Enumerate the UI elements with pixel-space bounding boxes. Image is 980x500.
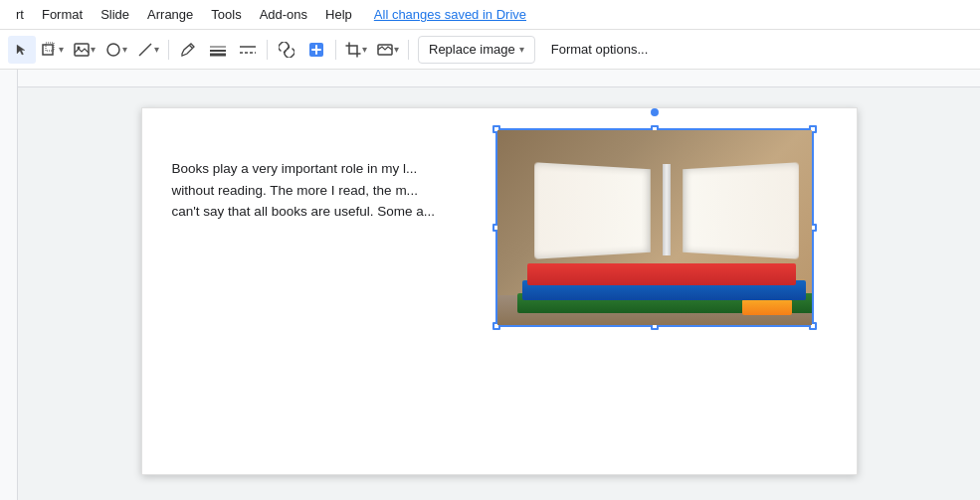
select-tool-button[interactable] — [8, 36, 36, 64]
slide-text-content: Books play a very important role in my l… — [172, 161, 418, 176]
svg-line-12 — [285, 47, 290, 52]
line-weight-button[interactable] — [204, 36, 232, 64]
divider-4 — [408, 40, 409, 60]
link-icon — [279, 42, 294, 58]
svg-rect-2 — [75, 44, 89, 56]
replace-image-label: Replace image — [429, 42, 515, 57]
mask-button[interactable]: ▾ — [373, 36, 403, 64]
mask-icon — [377, 42, 393, 58]
menu-item-arrange[interactable]: Arrange — [139, 3, 201, 26]
pencil-tool-button[interactable] — [174, 36, 202, 64]
crop-icon — [345, 42, 361, 58]
book-open — [537, 156, 796, 265]
book-open-left — [534, 162, 651, 259]
book-red — [527, 263, 796, 285]
image-icon — [74, 42, 90, 58]
mask-dropdown-arrow: ▾ — [394, 44, 399, 55]
menu-item-rt[interactable]: rt — [8, 3, 32, 26]
selected-image[interactable] — [495, 128, 814, 327]
book-open-right — [683, 162, 799, 259]
canvas-area: Books play a very important role in my l… — [0, 70, 980, 500]
menu-item-tools[interactable]: Tools — [203, 3, 249, 26]
divider-3 — [335, 40, 336, 60]
menu-item-help[interactable]: Help — [317, 3, 360, 26]
svg-rect-0 — [43, 45, 53, 55]
line-dash-button[interactable] — [234, 36, 262, 64]
toolbar: ▾ ▾ ▾ ▾ — [0, 30, 980, 70]
slide-container[interactable]: Books play a very important role in my l… — [18, 87, 980, 500]
menu-bar: rt Format Slide Arrange Tools Add-ons He… — [0, 0, 980, 30]
slide-text-line3: can't say that all books are useful. Som… — [172, 204, 435, 219]
shapes-dropdown-arrow: ▾ — [122, 44, 127, 55]
canvas-inner: Books play a very important role in my l… — [18, 70, 980, 500]
ruler-left — [0, 70, 18, 500]
svg-point-4 — [107, 44, 119, 56]
line-tool-button[interactable]: ▾ — [133, 36, 163, 64]
menu-item-addons[interactable]: Add-ons — [252, 3, 315, 26]
slide-text-block: Books play a very important role in my l… — [172, 158, 500, 223]
frame-tool-button[interactable]: ▾ — [38, 36, 68, 64]
line-weight-icon — [208, 42, 228, 58]
replace-image-button[interactable]: Replace image ▾ — [418, 36, 535, 64]
books-image — [497, 130, 812, 325]
format-options-button[interactable]: Format options... — [541, 36, 659, 64]
insert-button[interactable] — [302, 36, 330, 64]
book-yellow — [742, 299, 792, 315]
slide[interactable]: Books play a very important role in my l… — [141, 107, 858, 475]
book-stack — [517, 156, 792, 315]
link-button[interactable] — [273, 36, 300, 64]
line-icon — [137, 42, 153, 58]
menu-item-slide[interactable]: Slide — [93, 3, 137, 26]
image-dropdown-arrow: ▾ — [91, 44, 96, 55]
frame-icon — [42, 42, 58, 58]
divider-2 — [267, 40, 268, 60]
book-spine — [663, 164, 671, 255]
shapes-tool-button[interactable]: ▾ — [101, 36, 131, 64]
cursor-icon — [15, 43, 29, 57]
line-dash-icon — [238, 42, 258, 58]
svg-line-5 — [139, 44, 151, 56]
replace-dropdown-arrow: ▾ — [519, 44, 524, 55]
format-options-label: Format options... — [551, 42, 649, 57]
line-dropdown-arrow: ▾ — [154, 44, 159, 55]
rotate-handle[interactable] — [651, 108, 659, 116]
pencil-icon — [180, 42, 196, 58]
crop-dropdown-arrow: ▾ — [362, 44, 367, 55]
menu-item-format[interactable]: Format — [34, 3, 91, 26]
insert-icon — [308, 42, 324, 58]
crop-button[interactable]: ▾ — [341, 36, 371, 64]
autosave-status: All changes saved in Drive — [366, 3, 534, 26]
slide-text-line2: without reading. The more I read, the m.… — [172, 183, 418, 198]
divider-1 — [168, 40, 169, 60]
frame-dropdown-arrow: ▾ — [59, 44, 64, 55]
ruler-top — [18, 70, 980, 87]
image-tool-button[interactable]: ▾ — [70, 36, 99, 64]
shapes-icon — [105, 42, 121, 58]
